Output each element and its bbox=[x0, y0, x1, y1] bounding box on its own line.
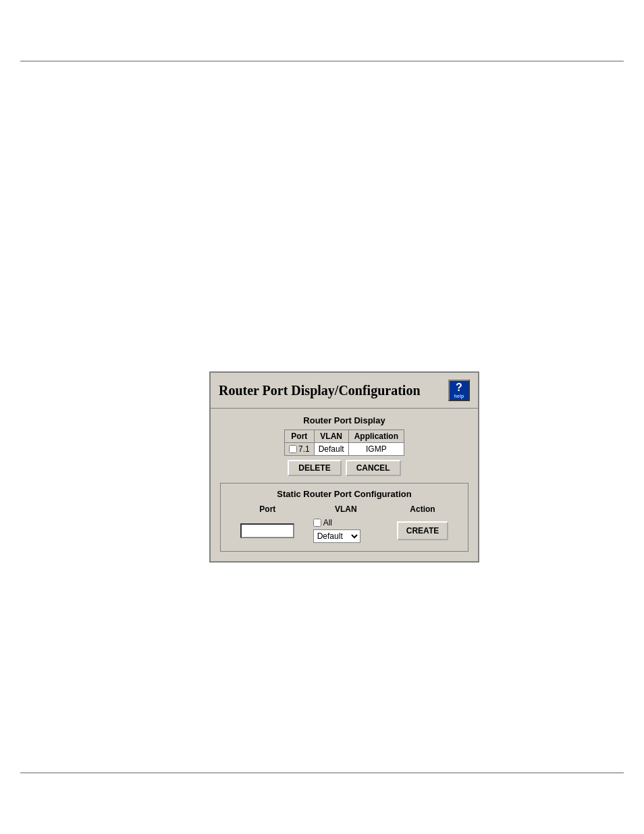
dialog-title: Router Port Display/Configuration bbox=[219, 383, 421, 398]
dialog-title-bar: Router Port Display/Configuration ? help bbox=[211, 373, 478, 409]
help-label: help bbox=[454, 394, 464, 398]
bottom-rule bbox=[20, 773, 624, 773]
config-col-port: Port bbox=[226, 503, 309, 515]
application-cell: IGMP bbox=[348, 443, 404, 456]
config-port-cell bbox=[226, 515, 309, 546]
static-config-title: Static Router Port Configuration bbox=[226, 489, 462, 499]
port-cell: 7.1 bbox=[284, 443, 314, 456]
vlan-cell: Default bbox=[314, 443, 348, 456]
dialog-container: Router Port Display/Configuration ? help… bbox=[209, 371, 479, 563]
table-row: 7.1 Default IGMP bbox=[284, 443, 404, 456]
port-checkbox[interactable] bbox=[289, 445, 297, 453]
display-button-row: DELETE CANCEL bbox=[220, 460, 468, 476]
config-port-input[interactable] bbox=[240, 523, 294, 538]
all-vlan-checkbox[interactable] bbox=[313, 519, 321, 527]
delete-button[interactable]: DELETE bbox=[288, 460, 341, 476]
col-header-port: Port bbox=[284, 430, 314, 443]
create-button[interactable]: CREATE bbox=[397, 521, 448, 540]
help-icon: ? bbox=[456, 382, 462, 393]
config-vlan-cell: All Default bbox=[309, 515, 383, 546]
cancel-button[interactable]: CANCEL bbox=[346, 460, 401, 476]
config-table: Port VLAN Action bbox=[226, 503, 462, 546]
all-vlan-label: All bbox=[323, 518, 332, 527]
port-value: 7.1 bbox=[298, 444, 310, 454]
top-rule bbox=[20, 61, 624, 61]
router-port-display-title: Router Port Display bbox=[220, 415, 468, 425]
router-port-display-table: Port VLAN Application 7.1 Default IGMP bbox=[284, 429, 404, 456]
vlan-select[interactable]: Default bbox=[313, 529, 360, 543]
config-col-vlan: VLAN bbox=[309, 503, 383, 515]
col-header-application: Application bbox=[348, 430, 404, 443]
config-action-cell: CREATE bbox=[383, 515, 462, 546]
col-header-vlan: VLAN bbox=[314, 430, 348, 443]
config-row: All Default CREATE bbox=[226, 515, 462, 546]
help-button[interactable]: ? help bbox=[448, 380, 470, 401]
config-col-action: Action bbox=[383, 503, 462, 515]
static-config-section: Static Router Port Configuration Port VL… bbox=[220, 483, 468, 552]
dialog-body: Router Port Display Port VLAN Applicatio… bbox=[211, 409, 478, 561]
